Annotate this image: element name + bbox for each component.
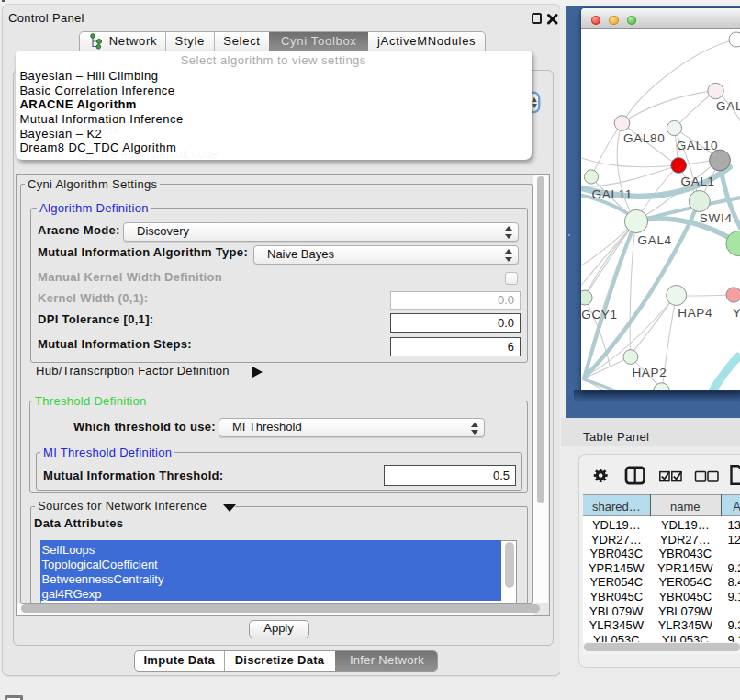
- svg-text:GAL11: GAL11: [591, 187, 633, 201]
- svg-text:HAP2: HAP2: [632, 366, 667, 379]
- svg-text:GAL4: GAL4: [637, 233, 671, 247]
- svg-text:GCY1: GCY1: [581, 308, 618, 322]
- svg-text:GAL10: GAL10: [676, 139, 718, 152]
- svg-text:GAL: GAL: [716, 99, 740, 113]
- svg-text:SWI4: SWI4: [699, 211, 732, 225]
- svg-text:GAL80: GAL80: [623, 131, 666, 145]
- svg-text:HAP4: HAP4: [678, 306, 712, 320]
- svg-text:GAL1: GAL1: [680, 175, 714, 188]
- svg-text:YE: YE: [733, 306, 740, 320]
